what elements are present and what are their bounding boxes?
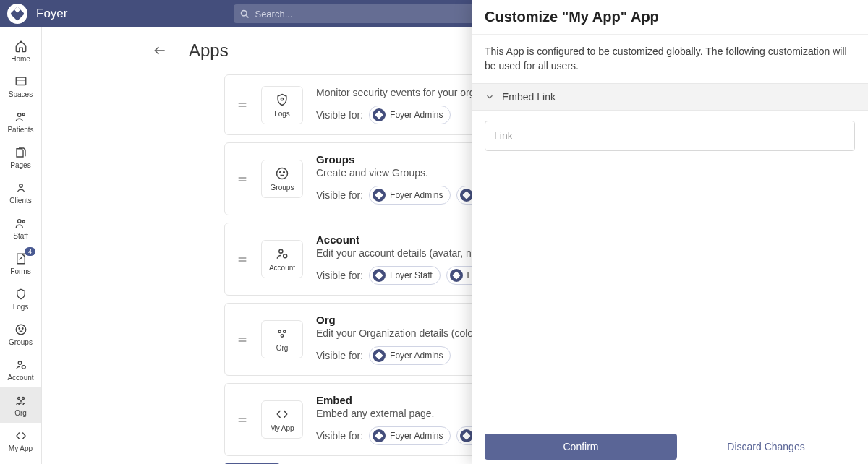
clients-icon	[14, 181, 28, 195]
embed-link-input[interactable]	[485, 121, 855, 151]
sidebar-item-myapp[interactable]: My App	[0, 423, 41, 458]
svg-point-11	[19, 328, 20, 330]
search-field[interactable]	[234, 4, 494, 23]
svg-point-34	[284, 330, 286, 332]
sidebar-item-pages[interactable]: Pages	[0, 139, 41, 175]
customize-drawer: Customize "My App" App This App is confi…	[472, 0, 868, 464]
svg-point-13	[18, 361, 22, 365]
visibility-label: Visible for:	[316, 109, 363, 121]
chip-label: Foyer Admins	[390, 110, 443, 120]
drag-handle-icon[interactable]	[237, 254, 248, 265]
svg-point-12	[22, 328, 23, 330]
svg-line-1	[247, 15, 249, 17]
embed-link-section-toggle[interactable]: Embed Link	[472, 83, 868, 111]
app-tile: Account	[261, 240, 303, 278]
drag-handle-icon[interactable]	[237, 414, 248, 426]
drag-handle-icon[interactable]	[237, 173, 248, 185]
sidebar-item-groups[interactable]: Groups	[0, 317, 41, 352]
sidebar-item-forms[interactable]: 4Forms	[0, 246, 41, 281]
sidebar-item-clients[interactable]: Clients	[0, 175, 41, 210]
sidebar-item-home[interactable]: Home	[0, 33, 41, 69]
discard-button[interactable]: Discard Changes	[677, 434, 855, 460]
svg-point-8	[22, 220, 25, 223]
forms-badge: 4	[25, 247, 35, 256]
svg-point-10	[16, 325, 26, 335]
sidebar-item-staff[interactable]: Staff	[0, 210, 41, 246]
foyer-chip-icon	[373, 349, 386, 362]
app-tile: Org	[261, 320, 303, 358]
svg-point-16	[22, 398, 24, 400]
svg-point-30	[284, 254, 287, 258]
foyer-chip-icon	[373, 269, 386, 282]
visibility-chip[interactable]: Foyer Admins	[369, 186, 451, 205]
app-tile-label: My App	[270, 424, 294, 432]
groups-icon	[14, 322, 28, 337]
app-tile-icon	[275, 327, 289, 341]
visibility-chip[interactable]: Foyer Admins	[369, 346, 451, 365]
svg-point-0	[242, 10, 247, 16]
app-tile-icon	[275, 166, 289, 181]
drawer-subtitle: This App is configured to be customized …	[472, 35, 868, 83]
brand-block[interactable]: Foyer	[7, 4, 67, 24]
back-button[interactable]	[153, 43, 167, 58]
app-tile-icon	[275, 93, 289, 107]
embed-link-section-body	[472, 111, 868, 161]
home-icon	[14, 39, 28, 53]
sidebar-item-account[interactable]: Account	[0, 352, 41, 387]
app-tile-icon	[275, 407, 289, 421]
org-icon	[14, 393, 28, 408]
drag-handle-icon[interactable]	[237, 99, 248, 111]
foyer-chip-icon	[373, 429, 386, 442]
sidebar-item-spaces[interactable]: Spaces	[0, 69, 41, 104]
visibility-label: Visible for:	[316, 189, 363, 201]
chip-label: Foyer Staff	[390, 270, 432, 280]
visibility-label: Visible for:	[316, 430, 363, 442]
drawer-footer: Confirm Discard Changes	[472, 426, 868, 464]
app-tile-label: Logs	[274, 110, 290, 118]
staff-icon	[14, 216, 28, 231]
logo-icon	[7, 4, 27, 24]
svg-point-6	[19, 184, 22, 188]
app-tile: My App	[261, 400, 303, 439]
svg-point-14	[22, 366, 25, 369]
svg-point-4	[17, 113, 21, 117]
sidebar-item-patients[interactable]: Patients	[0, 104, 41, 139]
svg-point-26	[284, 172, 285, 173]
svg-point-5	[22, 113, 25, 116]
pages-icon	[14, 145, 28, 160]
search-icon	[239, 9, 250, 20]
app-tile: Groups	[261, 160, 303, 198]
account-icon	[14, 358, 28, 372]
app-tile-label: Org	[276, 344, 289, 352]
svg-point-7	[17, 220, 21, 223]
chip-label: Foyer Admins	[390, 351, 443, 361]
sidebar-item-logs[interactable]: Logs	[0, 281, 41, 317]
app-tile-icon	[275, 246, 289, 261]
chip-label: Foyer Admins	[390, 190, 443, 200]
svg-point-24	[277, 168, 288, 179]
sidebar-item-org[interactable]: Org	[0, 387, 41, 423]
svg-point-33	[278, 330, 281, 332]
sidebar: Home Spaces Patients Pages Clients Staff…	[0, 27, 42, 464]
confirm-button[interactable]: Confirm	[485, 434, 677, 460]
chevron-down-icon	[485, 92, 495, 102]
app-tile-label: Account	[269, 264, 295, 272]
visibility-chip[interactable]: Foyer Staff	[369, 266, 440, 285]
foyer-chip-icon	[373, 108, 386, 121]
svg-point-15	[17, 398, 20, 400]
chip-label: Foyer Admins	[390, 431, 443, 441]
svg-rect-2	[16, 77, 26, 85]
visibility-label: Visible for:	[316, 350, 363, 361]
patients-icon	[14, 110, 28, 124]
brand-name: Foyer	[36, 7, 67, 21]
visibility-chip[interactable]: Foyer Admins	[369, 426, 451, 445]
drag-handle-icon[interactable]	[237, 334, 248, 345]
visibility-label: Visible for:	[316, 270, 363, 281]
spaces-icon	[14, 74, 28, 89]
drawer-title: Customize "My App" App	[485, 9, 855, 25]
logs-icon	[14, 287, 28, 301]
search-input[interactable]	[255, 9, 488, 20]
code-icon	[14, 429, 28, 443]
svg-point-21	[281, 98, 283, 100]
visibility-chip[interactable]: Foyer Admins	[369, 106, 451, 124]
